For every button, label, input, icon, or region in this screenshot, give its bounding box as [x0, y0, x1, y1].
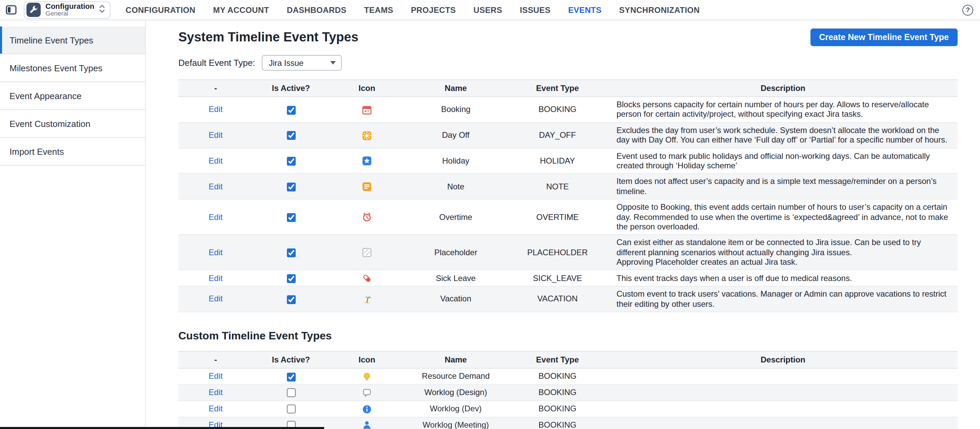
edit-link[interactable]: Edit — [208, 130, 223, 140]
bottom-edge-bar — [0, 427, 324, 429]
nav-item-users[interactable]: USERS — [473, 5, 502, 14]
is-active-checkbox[interactable] — [286, 405, 295, 414]
event-description — [608, 417, 958, 429]
event-description: Event used to mark public holidays and o… — [608, 148, 958, 174]
event-type: BOOKING — [507, 400, 608, 417]
edit-link[interactable]: Edit — [208, 273, 223, 283]
nav-item-configuration[interactable]: CONFIGURATION — [126, 5, 195, 14]
edit-link[interactable]: Edit — [208, 372, 223, 381]
is-active-checkbox[interactable] — [286, 295, 295, 304]
edit-link[interactable]: Edit — [208, 294, 223, 304]
is-active-checkbox[interactable] — [286, 249, 295, 257]
column-header: - — [178, 351, 253, 368]
table-header-row: -Is Active?IconNameEvent TypeDescription — [178, 80, 958, 97]
event-description — [608, 400, 958, 417]
is-active-checkbox[interactable] — [286, 105, 295, 114]
event-name: Overtime — [405, 199, 507, 234]
placeholder-icon — [362, 248, 372, 258]
is-active-checkbox[interactable] — [286, 131, 295, 140]
main-content: System Timeline Event Types Create New T… — [146, 20, 980, 429]
nav-item-projects[interactable]: PROJECTS — [411, 5, 456, 14]
person-icon — [362, 421, 372, 429]
event-name: Sick Leave — [405, 270, 507, 287]
nav-item-dashboards[interactable]: DASHBOARDS — [287, 5, 347, 14]
sidebar-item-import-events[interactable]: Import Events — [0, 138, 145, 166]
edit-link[interactable]: Edit — [208, 388, 223, 397]
speech-bubble-icon — [362, 388, 372, 397]
page: Configuration General CONFIGURATIONMY AC… — [0, 0, 980, 429]
event-description: Custom event to track users’ vacations. … — [608, 287, 958, 312]
sidebar-item-milestones-event-types[interactable]: Milestones Event Types — [0, 54, 145, 82]
is-active-checkbox[interactable] — [286, 183, 295, 191]
is-active-checkbox[interactable] — [286, 213, 295, 222]
sidebar-toggle-icon[interactable] — [5, 4, 17, 16]
is-active-checkbox[interactable] — [286, 389, 295, 397]
is-active-checkbox[interactable] — [286, 372, 295, 381]
is-active-checkbox[interactable] — [286, 157, 295, 166]
event-type: VACATION — [507, 287, 608, 312]
event-type: BOOKING — [507, 417, 608, 429]
edit-link[interactable]: Edit — [208, 212, 223, 222]
sidebar-item-event-customization[interactable]: Event Customization — [0, 110, 145, 138]
column-header: Is Active? — [253, 351, 329, 368]
event-name: Note — [405, 174, 507, 199]
custom-event-types-table: -Is Active?IconNameEvent TypeDescription… — [178, 351, 958, 429]
edit-link[interactable]: Edit — [208, 156, 223, 166]
chevron-updown-icon — [99, 4, 105, 16]
table-row: EditNoteNOTEItem does not affect user’s … — [178, 174, 958, 199]
column-header: Description — [608, 80, 958, 97]
edit-link[interactable]: Edit — [208, 404, 223, 413]
nav-item-issues[interactable]: ISSUES — [520, 5, 550, 14]
column-header: - — [178, 80, 253, 97]
nav-item-synchronization[interactable]: SYNCHRONIZATION — [619, 5, 700, 14]
event-name: Day Off — [405, 123, 507, 148]
bulb-icon — [362, 372, 372, 381]
nav-item-my-account[interactable]: MY ACCOUNT — [213, 5, 269, 14]
event-description: Blocks persons capacity for certain numb… — [608, 97, 958, 123]
event-name: Resource Demand — [405, 368, 507, 384]
table-row: EditVacationVACATIONCustom event to trac… — [178, 287, 958, 312]
table-row: EditResource DemandBOOKING — [178, 368, 958, 384]
nav-item-teams[interactable]: TEAMS — [364, 5, 393, 14]
app-subtitle: General — [45, 11, 94, 17]
table-row: EditOvertimeOVERTIMEOpposite to Booking,… — [178, 199, 958, 234]
event-description: Excludes the day from user’s work schedu… — [608, 123, 958, 148]
event-type: NOTE — [507, 174, 608, 199]
top-bar: Configuration General CONFIGURATIONMY AC… — [0, 0, 980, 20]
event-name: Placeholder — [405, 235, 507, 270]
column-header: Description — [608, 351, 958, 368]
event-type: BOOKING — [507, 368, 608, 384]
help-icon[interactable]: ? — [963, 5, 973, 15]
column-header: Event Type — [507, 351, 608, 368]
default-event-type-select-wrap: Jira Issue — [262, 55, 342, 70]
edit-link[interactable]: Edit — [208, 247, 223, 257]
calendar-icon — [362, 105, 372, 115]
table-row: EditBookingBOOKINGBlocks persons capacit… — [178, 97, 958, 123]
default-event-type-select[interactable]: Jira Issue — [262, 55, 342, 70]
table-row: EditWorklog (Design)BOOKING — [178, 384, 958, 401]
sidebar: Timeline Event TypesMilestones Event Typ… — [0, 20, 146, 429]
pill-icon — [362, 274, 372, 283]
table-row: EditPlaceholderPLACEHOLDERCan exist eith… — [178, 235, 958, 270]
create-timeline-event-type-button[interactable]: Create New Timeline Event Type — [810, 29, 958, 46]
table-row: EditWorklog (Dev)BOOKING — [178, 400, 958, 417]
edit-link[interactable]: Edit — [208, 105, 223, 114]
app-switcher-labels: Configuration General — [45, 3, 94, 17]
app-switcher[interactable]: Configuration General — [24, 1, 111, 19]
event-name: Booking — [405, 97, 507, 123]
sidebar-item-event-appearance[interactable]: Event Appearance — [0, 82, 145, 110]
alarm-clock-icon — [362, 212, 372, 222]
event-name: Vacation — [405, 287, 507, 312]
event-description — [608, 368, 958, 384]
table-row: EditHolidayHOLIDAYEvent used to mark pub… — [178, 148, 958, 174]
event-name: Worklog (Meeting) — [405, 417, 507, 429]
nav-item-events[interactable]: EVENTS — [568, 5, 601, 14]
event-name: Holiday — [405, 148, 507, 174]
sidebar-item-timeline-event-types[interactable]: Timeline Event Types — [0, 27, 145, 54]
column-header: Icon — [329, 351, 405, 368]
info-icon — [362, 404, 372, 414]
event-type: DAY_OFF — [507, 123, 608, 148]
edit-link[interactable]: Edit — [208, 182, 223, 191]
is-active-checkbox[interactable] — [286, 274, 295, 283]
event-description: This event tracks days when a user is of… — [608, 270, 958, 287]
